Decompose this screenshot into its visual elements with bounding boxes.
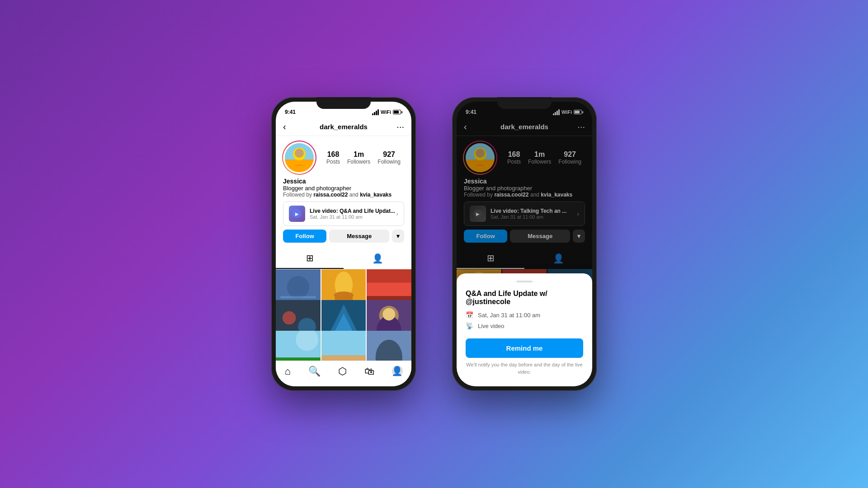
bottom-sheet-2: Q&A and Life Update w/ @justinecole 📅 Sa… <box>457 273 592 386</box>
bio-section-1: Jessica Blogger and photographer Followe… <box>283 178 404 198</box>
avatar-ring-1 <box>282 141 316 175</box>
person-tag-icon-1: 👤 <box>372 253 383 264</box>
phones-container: 9:41 WiFi ‹ <box>271 97 597 391</box>
followers-count-1: 1m <box>347 150 370 159</box>
profile-nav-1[interactable]: 👤 <box>392 366 403 376</box>
phone-2: 9:41 WiFi ‹ <box>452 97 597 391</box>
posts-count-1: 168 <box>326 150 340 159</box>
username-label-1: dark_emeralds <box>297 123 391 131</box>
screen-overlay-2 <box>457 102 592 278</box>
following-count-1: 927 <box>377 150 401 159</box>
sheet-type-row-2: 📡 Live video <box>466 322 583 329</box>
following-label-1: Following <box>377 159 401 165</box>
wifi-icon-1: WiFi <box>381 109 391 115</box>
live-thumb-svg-1: ▶ <box>292 209 302 219</box>
back-button-1[interactable]: ‹ <box>283 122 297 132</box>
reels-nav-1[interactable]: ⬡ <box>338 366 347 377</box>
live-date-1: Sat, Jan 31 at 11:00 am <box>310 214 396 220</box>
svg-point-13 <box>334 291 353 299</box>
nav-bar-1: ‹ dark_emeralds ··· <box>276 118 411 136</box>
avatar-svg-1 <box>285 143 314 172</box>
stats-1: 168 Posts 1m Followers 927 Following <box>323 150 404 165</box>
stat-followers-1[interactable]: 1m Followers <box>347 150 370 165</box>
battery-icon-1 <box>393 110 402 114</box>
notch-1 <box>316 97 371 109</box>
tab-grid-1[interactable]: ⊞ <box>276 248 344 269</box>
notch-2 <box>497 97 552 109</box>
photo-cell-8[interactable] <box>321 331 366 361</box>
live-thumb-1: ▶ <box>289 206 305 222</box>
sheet-handle-2 <box>516 281 533 282</box>
screen-2: 9:41 WiFi ‹ <box>457 102 592 386</box>
more-button-1[interactable]: ··· <box>391 122 404 132</box>
svg-point-26 <box>383 308 396 321</box>
bio-followed-1: Followed by raissa.cool22 and kvia_kavak… <box>283 192 404 198</box>
dropdown-button-1[interactable]: ▾ <box>392 230 404 243</box>
photo-grid-1 <box>276 269 411 361</box>
signal-icon-1 <box>372 109 379 115</box>
live-event-1[interactable]: ▶ Live video: Q&A and Life Updat... Sat,… <box>283 202 404 226</box>
tabs-1: ⊞ 👤 <box>276 248 411 269</box>
profile-section-1: 168 Posts 1m Followers 927 Following <box>276 136 411 248</box>
photo-cell-9[interactable] <box>367 331 411 361</box>
live-info-1: Live video: Q&A and Life Updat... Sat, J… <box>310 208 396 220</box>
sheet-date-row-2: 📅 Sat, Jan 31 at 11:00 am <box>466 311 583 319</box>
svg-point-3 <box>295 149 304 158</box>
sheet-title-2: Q&A and Life Update w/ @justinecole <box>466 290 583 306</box>
stat-following-1[interactable]: 927 Following <box>377 150 401 165</box>
bio-text-1: Blogger and photographer <box>283 185 404 192</box>
home-nav-1[interactable]: ⌂ <box>284 366 290 377</box>
follow-button-1[interactable]: Follow <box>283 230 326 243</box>
svg-rect-9 <box>280 296 316 298</box>
bottom-nav-1: ⌂ 🔍 ⬡ 🛍 👤 <box>276 361 411 386</box>
live-chevron-1: › <box>396 210 398 217</box>
avatar-container-1[interactable] <box>283 141 316 174</box>
search-nav-1[interactable]: 🔍 <box>308 366 321 377</box>
status-icons-1: WiFi <box>372 109 402 115</box>
phone-1: 9:41 WiFi ‹ <box>271 97 416 391</box>
avatar-ring-inner-1 <box>283 141 316 174</box>
time-1: 9:41 <box>285 109 296 115</box>
sheet-type-text-2: Live video <box>478 323 505 329</box>
stat-posts-1[interactable]: 168 Posts <box>326 150 340 165</box>
live-icon-2: 📡 <box>466 322 473 329</box>
followed-user1-1: raissa.cool22 <box>313 192 348 198</box>
calendar-icon-2: 📅 <box>466 311 473 319</box>
followed-user2-1: kvia_kavaks <box>360 192 392 198</box>
svg-rect-28 <box>276 357 321 361</box>
grid-icon-1: ⊞ <box>306 253 314 263</box>
tab-tagged-1[interactable]: 👤 <box>344 248 411 269</box>
svg-point-8 <box>287 276 309 298</box>
followers-label-1: Followers <box>347 159 370 165</box>
sheet-note-2: We'll notify you the day before and the … <box>466 361 583 375</box>
action-buttons-1: Follow Message ▾ <box>283 230 404 243</box>
message-button-1[interactable]: Message <box>329 230 389 243</box>
live-title-1: Live video: Q&A and Life Updat... <box>310 208 396 214</box>
bio-name-1: Jessica <box>283 178 404 185</box>
shop-nav-1[interactable]: 🛍 <box>364 366 374 377</box>
profile-header-1: 168 Posts 1m Followers 927 Following <box>283 141 404 174</box>
svg-text:▶: ▶ <box>295 211 299 216</box>
remind-button-2[interactable]: Remind me <box>466 338 583 358</box>
svg-rect-4 <box>293 160 306 172</box>
screen-1: 9:41 WiFi ‹ <box>276 102 411 386</box>
avatar-1 <box>285 143 314 172</box>
svg-rect-31 <box>321 355 366 361</box>
sheet-date-text-2: Sat, Jan 31 at 11:00 am <box>478 312 540 319</box>
posts-label-1: Posts <box>326 159 340 165</box>
photo-cell-7[interactable] <box>276 331 321 361</box>
svg-point-18 <box>283 311 296 325</box>
